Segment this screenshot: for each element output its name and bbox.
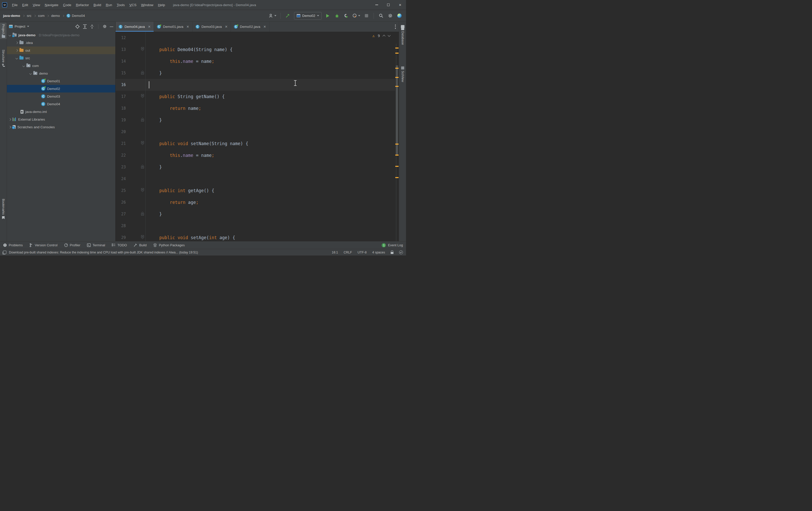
menu-window[interactable]: Window bbox=[139, 3, 156, 7]
profiler-button[interactable] bbox=[352, 12, 360, 20]
file-encoding[interactable]: UTF-8 bbox=[358, 251, 367, 254]
breadcrumb-src[interactable]: src bbox=[27, 14, 31, 18]
project-view-select[interactable]: Project bbox=[9, 25, 29, 28]
tool-button-structure[interactable]: Structure bbox=[0, 48, 7, 68]
breadcrumb-com[interactable]: com bbox=[38, 14, 45, 18]
tab-demo01-java[interactable]: CDemo01.java✕ bbox=[154, 22, 192, 32]
debug-button[interactable] bbox=[334, 12, 340, 20]
run-configuration-select[interactable]: Demo02 bbox=[294, 12, 322, 20]
status-message[interactable]: Download pre-built shared indexes: Reduc… bbox=[9, 251, 198, 254]
search-everywhere-icon[interactable] bbox=[378, 12, 384, 20]
highlighting-level-icon[interactable] bbox=[399, 250, 403, 254]
menu-run[interactable]: Run bbox=[104, 3, 115, 7]
tool-window-button-problems[interactable]: Problems bbox=[3, 243, 23, 247]
build-hammer-icon[interactable] bbox=[285, 12, 291, 20]
run-button[interactable] bbox=[325, 12, 331, 20]
tool-window-button-python-packages[interactable]: Python Packages bbox=[153, 243, 184, 247]
tool-button-sciview[interactable]: SciView bbox=[399, 65, 406, 83]
tool-window-button-build[interactable]: Build bbox=[134, 243, 146, 247]
tree-item-out[interactable]: out bbox=[7, 47, 115, 54]
tree-item-java-demo[interactable]: java-demoD:\IdeaProjects\java-demo bbox=[7, 31, 115, 39]
chevron-down-icon[interactable] bbox=[9, 34, 11, 36]
hide-panel-icon[interactable]: — bbox=[110, 25, 114, 28]
collapse-all-icon[interactable] bbox=[90, 24, 94, 29]
error-stripe[interactable] bbox=[395, 32, 399, 241]
menu-view[interactable]: View bbox=[30, 3, 42, 7]
menu-tools[interactable]: Tools bbox=[115, 3, 127, 7]
next-warning-icon[interactable] bbox=[387, 34, 390, 36]
breadcrumb-demo[interactable]: demo bbox=[51, 14, 60, 18]
tab-close-icon[interactable]: ✕ bbox=[148, 25, 151, 29]
tool-button-project[interactable]: Project bbox=[0, 23, 7, 39]
user-account-icon[interactable] bbox=[269, 12, 277, 20]
tool-button-database[interactable]: Database bbox=[399, 24, 406, 46]
fold-collapse-icon[interactable] bbox=[141, 235, 144, 240]
gradle-sphere-icon[interactable] bbox=[396, 12, 402, 20]
tree-item-external-libraries[interactable]: External Libraries bbox=[7, 116, 115, 123]
chevron-right-icon[interactable] bbox=[9, 126, 11, 128]
tree-item-demo01[interactable]: CDemo01 bbox=[7, 77, 115, 85]
chevron-down-icon[interactable] bbox=[29, 72, 32, 74]
tree-item-demo04[interactable]: CDemo04 bbox=[7, 100, 115, 108]
tab-demo02-java[interactable]: CDemo02.java✕ bbox=[231, 22, 269, 32]
tab-demo04-java[interactable]: CDemo04.java✕ bbox=[116, 22, 154, 32]
tool-window-button-profiler[interactable]: Profiler bbox=[64, 243, 80, 247]
minimize-button[interactable] bbox=[371, 0, 382, 10]
inspection-widget[interactable]: ⚠ 9 bbox=[373, 33, 390, 38]
menu-file[interactable]: File bbox=[10, 3, 20, 7]
tree-item-demo[interactable]: demo bbox=[7, 69, 115, 77]
menu-help[interactable]: Help bbox=[156, 3, 168, 7]
caret-position[interactable]: 16:1 bbox=[332, 251, 338, 254]
tree-item-src[interactable]: src bbox=[7, 54, 115, 62]
tool-button-bookmarks[interactable]: Bookmarks bbox=[0, 198, 7, 220]
tab-close-icon[interactable]: ✕ bbox=[225, 25, 228, 29]
tab-demo03-java[interactable]: CDemo03.java✕ bbox=[193, 22, 231, 32]
fold-end-icon[interactable] bbox=[141, 164, 144, 170]
expand-selection-icon[interactable] bbox=[83, 24, 87, 29]
chevron-right-icon[interactable] bbox=[16, 49, 18, 52]
event-log-button[interactable]: 1Event Log bbox=[382, 243, 403, 247]
line-separator[interactable]: CRLF bbox=[344, 251, 352, 254]
close-button[interactable]: ✕ bbox=[394, 0, 406, 10]
tree-item-demo02[interactable]: CDemo02 bbox=[7, 85, 115, 92]
run-with-coverage-button[interactable]: C bbox=[343, 12, 349, 20]
fold-collapse-icon[interactable] bbox=[141, 47, 144, 52]
breadcrumb-java-demo[interactable]: java-demo bbox=[3, 14, 20, 18]
locate-file-icon[interactable] bbox=[75, 24, 80, 29]
menu-refactor[interactable]: Refactor bbox=[74, 3, 91, 7]
panel-settings-gear-icon[interactable] bbox=[103, 24, 107, 29]
code-editor[interactable]: ⚠ 9 1213 public Demo04(String name) {14 … bbox=[116, 32, 399, 241]
fold-collapse-icon[interactable] bbox=[141, 141, 144, 146]
menu-build[interactable]: Build bbox=[91, 3, 104, 7]
fold-collapse-icon[interactable] bbox=[141, 188, 144, 193]
menu-navigate[interactable]: Navigate bbox=[42, 3, 61, 7]
readonly-lock-icon[interactable] bbox=[391, 252, 394, 254]
tab-close-icon[interactable]: ✕ bbox=[263, 25, 266, 29]
chevron-down-icon[interactable] bbox=[23, 64, 25, 67]
menu-code[interactable]: Code bbox=[61, 3, 74, 7]
settings-gear-icon[interactable] bbox=[387, 12, 393, 20]
tool-window-button-version-control[interactable]: Version Control bbox=[29, 243, 58, 247]
tab-list-more-icon[interactable] bbox=[392, 22, 399, 32]
menu-edit[interactable]: Edit bbox=[20, 3, 30, 7]
tool-window-button-todo[interactable]: TODO bbox=[112, 243, 127, 247]
chevron-down-icon[interactable] bbox=[16, 57, 18, 59]
tree-item-demo03[interactable]: CDemo03 bbox=[7, 92, 115, 100]
fold-end-icon[interactable] bbox=[141, 118, 144, 123]
menu-vcs[interactable]: VCS bbox=[127, 3, 139, 7]
scrollbar-thumb[interactable] bbox=[396, 65, 398, 156]
prev-warning-icon[interactable] bbox=[382, 35, 385, 37]
tree-item-java-demo-iml[interactable]: java-demo.iml bbox=[7, 108, 115, 116]
tab-close-icon[interactable]: ✕ bbox=[186, 25, 189, 29]
chevron-right-icon[interactable] bbox=[16, 41, 18, 44]
fold-end-icon[interactable] bbox=[141, 212, 144, 217]
breadcrumb-demo04[interactable]: CDemo04 bbox=[66, 14, 85, 18]
chevron-right-icon[interactable] bbox=[9, 118, 11, 121]
fold-end-icon[interactable] bbox=[141, 70, 144, 76]
maximize-button[interactable] bbox=[382, 0, 394, 10]
tree-item-idea[interactable]: .idea bbox=[7, 39, 115, 47]
tool-window-button-terminal[interactable]: Terminal bbox=[87, 243, 105, 247]
tree-item-com[interactable]: com bbox=[7, 62, 115, 69]
fold-collapse-icon[interactable] bbox=[141, 94, 144, 99]
tree-item-scratches-and-consoles[interactable]: Scratches and Consoles bbox=[7, 123, 115, 131]
